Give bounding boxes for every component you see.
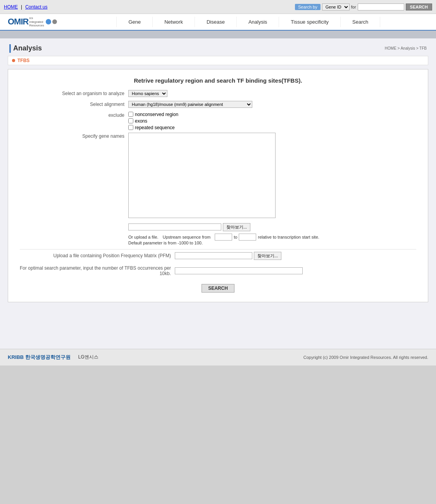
section-label: TFBS [8, 56, 428, 65]
organism-label: Select an organism to analyze [20, 90, 128, 96]
top-bar: HOME | Contact us Search by Gene ID for … [0, 0, 436, 14]
upstream-suffix: relative to transcription start site. [258, 235, 319, 239]
page-header: Analysis HOME > Analysis > TFB [8, 44, 428, 53]
logo-text: OMIR [8, 17, 28, 27]
alignment-label: Select alignment [20, 101, 128, 107]
exclude-exons[interactable]: exons [128, 118, 416, 124]
organism-select[interactable]: Homo sapiens [128, 90, 167, 97]
pfm-browse-button[interactable]: 찾아보기... [254, 252, 281, 260]
alignment-control: Human (hg18)/mouse (mm9) pairwise alignm… [128, 101, 416, 108]
exclude-repeated[interactable]: repeated sequence [128, 125, 416, 130]
gene-names-label: Specify gene names [20, 133, 128, 139]
pfm-input[interactable] [175, 252, 252, 259]
upstream-from-input[interactable]: -1000 [215, 234, 232, 241]
page-title: Analysis [13, 44, 42, 52]
nav-disease[interactable]: Disease [195, 17, 237, 27]
logo-subtext: icsIntegratedResources [29, 16, 44, 28]
upload-file-row: 찾아보기... [128, 223, 416, 231]
search-by-select[interactable]: Gene ID [322, 3, 350, 10]
upstream-to-label: to [234, 235, 237, 239]
exclude-checkboxes: nonconserved region exons repeated seque… [128, 112, 416, 130]
repeated-label: repeated sequence [135, 125, 175, 130]
upload-file-input[interactable] [128, 223, 221, 230]
browse-button[interactable]: 찾아보기... [223, 223, 250, 231]
gene-names-row: Specify gene names [20, 133, 416, 219]
gene-names-control [128, 133, 416, 219]
main-nav: Gene Network Disease Analysis Tissue spe… [69, 17, 428, 27]
form-title: Retrive regulatory region and search TF … [20, 77, 416, 84]
separator: | [21, 4, 22, 10]
nonconserved-checkbox[interactable] [128, 112, 133, 117]
exons-checkbox[interactable] [128, 118, 133, 123]
circle-icon-2 [52, 19, 57, 24]
search-by-button[interactable]: Search by [295, 4, 321, 10]
search-submit-row: SEARCH [20, 282, 416, 294]
search-input[interactable] [358, 3, 404, 10]
footer-logo1: KRIBB 한국생명공학연구원 [8, 354, 71, 361]
organism-control: Homo sapiens [128, 90, 416, 97]
footer-copyright: Copyright (c) 2009 Omir Integrated Resou… [303, 355, 428, 360]
upstream-row: Or upload a file. Upstream sequence from… [128, 234, 416, 241]
pfm-control: 찾아보기... [175, 252, 281, 260]
nav-analysis[interactable]: Analysis [237, 17, 279, 27]
section-label-text: TFBS [17, 58, 29, 63]
upstream-label: Upstream sequence from [163, 235, 211, 239]
header: OMIR icsIntegratedResources Gene Network… [0, 14, 436, 31]
pfm-row: Upload a file containing Position Freque… [20, 249, 416, 262]
exclude-row: exclude nonconserved region exons repeat… [20, 112, 416, 130]
nav-search[interactable]: Search [341, 17, 380, 27]
exclude-label: exclude [20, 112, 128, 118]
exclude-control: nonconserved region exons repeated seque… [128, 112, 416, 130]
gray-separator [0, 31, 436, 38]
repeated-checkbox[interactable] [128, 125, 133, 130]
alignment-row: Select alignment Human (hg18)/mouse (mm9… [20, 101, 416, 108]
main-content: Analysis HOME > Analysis > TFB TFBS Retr… [0, 38, 436, 349]
logo: OMIR icsIntegratedResources [8, 16, 57, 28]
footer-logo2: LG엔시스 [78, 354, 98, 360]
nonconserved-label: nonconserved region [135, 112, 178, 117]
organism-row: Select an organism to analyze Homo sapie… [20, 90, 416, 97]
nav-tissue-specificity[interactable]: Tissue specificity [279, 17, 341, 27]
upload-label [20, 223, 128, 224]
gene-names-textarea[interactable] [128, 133, 276, 218]
title-bar-accent [9, 44, 11, 53]
exclude-nonconserved[interactable]: nonconserved region [128, 112, 416, 117]
nav-gene[interactable]: Gene [116, 17, 153, 27]
upload-control: 찾아보기... Or upload a file. Upstream seque… [128, 223, 416, 245]
occurrences-input[interactable]: 3 [175, 267, 303, 274]
upload-row: 찾아보기... Or upload a file. Upstream seque… [20, 223, 416, 245]
alignment-select[interactable]: Human (hg18)/mouse (mm9) pairwise alignm… [128, 101, 252, 108]
upload-file-label: Or upload a file. [128, 235, 159, 239]
circle-icon-1 [46, 19, 51, 24]
search-button[interactable]: SEARCH [406, 3, 432, 10]
breadcrumb: HOME > Analysis > TFB [385, 46, 427, 50]
search-bar: Search by Gene ID for SEARCH [295, 3, 432, 10]
for-label: for [351, 5, 356, 9]
nav-network[interactable]: Network [153, 17, 195, 27]
form-container: Retrive regulatory region and search TF … [8, 69, 428, 302]
upstream-default-text: Default parameter is from -1000 to 100. [128, 241, 416, 245]
occurrences-label: For optimal search parameter, input the … [20, 265, 175, 276]
footer: KRIBB 한국생명공학연구원 LG엔시스 Copyright (c) 2009… [0, 349, 436, 365]
pfm-label: Upload a file containing Position Freque… [20, 253, 175, 258]
exons-label: exons [135, 118, 147, 124]
section-dot-icon [12, 59, 15, 62]
home-link[interactable]: HOME [4, 4, 18, 10]
upstream-to-input[interactable]: 100 [239, 234, 256, 241]
occurrences-row: For optimal search parameter, input the … [20, 265, 416, 276]
search-submit-button[interactable]: SEARCH [202, 284, 234, 293]
logo-circles [46, 19, 57, 24]
page-title-container: Analysis [9, 44, 42, 53]
contact-link[interactable]: Contact us [25, 4, 47, 10]
